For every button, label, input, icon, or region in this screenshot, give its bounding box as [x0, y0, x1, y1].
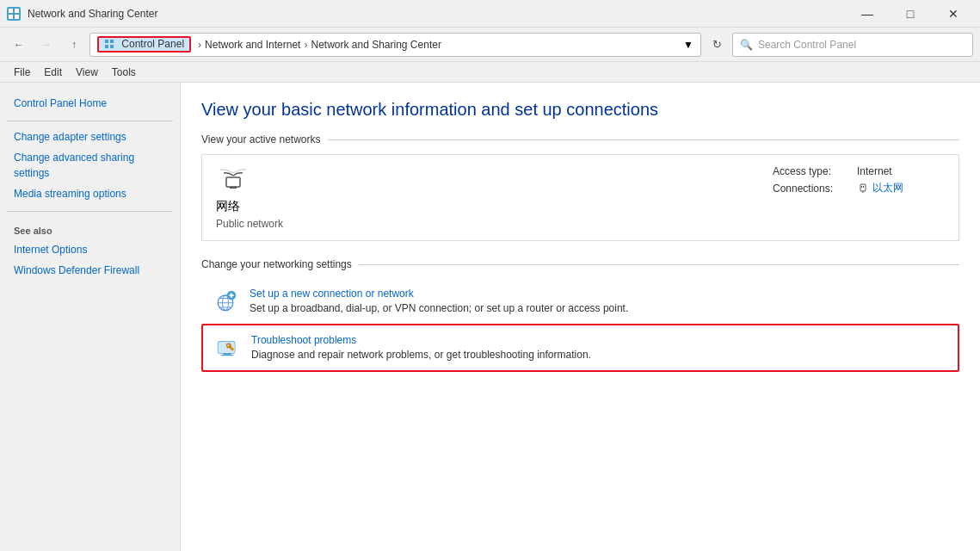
connections-row: Connections: 以太网	[773, 181, 945, 195]
access-type-row: Access type: Internet	[773, 165, 945, 177]
svg-rect-5	[110, 40, 114, 43]
menu-file[interactable]: File	[7, 65, 37, 80]
breadcrumb-item-3: Network and Sharing Center	[311, 39, 441, 51]
app-icon	[7, 7, 21, 21]
access-type-label: Access type:	[773, 165, 850, 177]
setup-connection-link[interactable]: Set up a new connection or network	[250, 288, 949, 300]
refresh-button[interactable]: ↻	[705, 33, 729, 57]
control-panel-breadcrumb[interactable]: Control Panel	[97, 36, 191, 53]
titlebar-left: Network and Sharing Center	[7, 7, 157, 21]
svg-rect-12	[863, 186, 864, 188]
sidebar-see-also-section: See also Internet Options Windows Defend…	[0, 217, 180, 281]
troubleshoot-desc: Diagnose and repair network problems, or…	[251, 349, 591, 361]
svg-rect-24	[224, 353, 231, 355]
sidebar-item-windows-defender[interactable]: Windows Defender Firewall	[0, 260, 180, 281]
network-info-left: 网络 Public network	[216, 165, 773, 230]
up-button[interactable]: ↑	[62, 33, 86, 57]
sidebar-divider-2	[7, 211, 173, 212]
svg-rect-4	[105, 40, 108, 43]
navigation-bar: ← → ↑ Control Panel › Network and Intern…	[0, 28, 980, 62]
svg-rect-11	[861, 186, 862, 188]
connections-label: Connections:	[773, 183, 850, 195]
search-bar[interactable]: 🔍 Search Control Panel	[732, 33, 973, 57]
setup-connection-item: Set up a new connection or network Set u…	[201, 279, 959, 324]
setup-connection-icon	[212, 288, 239, 315]
breadcrumb-item-2: Network and Internet	[205, 39, 300, 51]
content-area: View your basic network information and …	[181, 83, 980, 551]
sidebar-item-internet-options[interactable]: Internet Options	[0, 239, 180, 260]
sidebar-item-change-advanced[interactable]: Change advanced sharing settings	[0, 147, 180, 183]
maximize-button[interactable]: □	[891, 0, 930, 28]
menu-bar: File Edit View Tools	[0, 62, 980, 83]
svg-rect-2	[9, 15, 13, 19]
active-networks-section-title: View your active networks	[201, 133, 959, 145]
network-type: Public network	[216, 218, 773, 230]
ethernet-icon	[857, 183, 869, 195]
menu-tools[interactable]: Tools	[105, 65, 143, 80]
window-controls: — □ ✕	[847, 0, 973, 28]
change-settings-title: Change your networking settings	[201, 258, 959, 270]
breadcrumb-sep-1: ›	[198, 39, 201, 51]
setup-connection-text: Set up a new connection or network Set u…	[250, 288, 949, 314]
network-icon	[216, 165, 773, 194]
svg-rect-3	[15, 15, 19, 19]
search-placeholder: Search Control Panel	[758, 39, 856, 51]
sidebar-links-section: Change adapter settings Change advanced …	[0, 127, 180, 204]
breadcrumb-dropdown-icon[interactable]: ▼	[683, 39, 693, 51]
menu-edit[interactable]: Edit	[37, 65, 69, 80]
troubleshoot-link[interactable]: Troubleshoot problems	[251, 334, 947, 346]
troubleshoot-item: Troubleshoot problems Diagnose and repai…	[201, 324, 959, 372]
svg-point-27	[231, 348, 234, 350]
sidebar-divider-1	[7, 121, 173, 121]
breadcrumb-sep-2: ›	[304, 39, 307, 51]
titlebar: Network and Sharing Center — □ ✕	[0, 0, 980, 28]
page-title: View your basic network information and …	[201, 100, 959, 120]
menu-view[interactable]: View	[69, 65, 105, 80]
svg-rect-9	[230, 187, 237, 189]
setup-connection-desc: Set up a broadband, dial-up, or VPN conn…	[250, 302, 628, 314]
svg-rect-0	[9, 9, 13, 13]
main-layout: Control Panel Home Change adapter settin…	[0, 83, 980, 551]
troubleshoot-text: Troubleshoot problems Diagnose and repai…	[251, 334, 947, 361]
access-type-value: Internet	[857, 165, 892, 177]
window-title: Network and Sharing Center	[28, 8, 157, 20]
sidebar-item-control-panel-home[interactable]: Control Panel Home	[0, 93, 180, 114]
forward-button[interactable]: →	[34, 33, 59, 57]
sidebar-main-section: Control Panel Home	[0, 93, 180, 114]
sidebar-item-change-adapter[interactable]: Change adapter settings	[0, 127, 180, 147]
connections-link[interactable]: 以太网	[857, 181, 903, 195]
close-button[interactable]: ✕	[934, 0, 973, 28]
svg-rect-7	[110, 45, 114, 48]
svg-rect-1	[15, 9, 19, 13]
change-settings-section: Change your networking settings	[201, 258, 959, 372]
svg-rect-6	[105, 45, 108, 48]
see-also-label: See also	[0, 217, 180, 239]
network-name: 网络	[216, 199, 773, 214]
back-button[interactable]: ←	[7, 33, 31, 57]
svg-rect-8	[226, 177, 240, 187]
address-bar[interactable]: Control Panel › Network and Internet › N…	[89, 33, 701, 57]
sidebar-item-media-streaming[interactable]: Media streaming options	[0, 183, 180, 204]
network-info-box: 网络 Public network Access type: Internet …	[201, 154, 959, 241]
minimize-button[interactable]: —	[847, 0, 887, 28]
network-info-right: Access type: Internet Connections: 以太网	[773, 165, 945, 195]
search-icon: 🔍	[740, 39, 753, 51]
sidebar: Control Panel Home Change adapter settin…	[0, 83, 181, 551]
svg-rect-25	[221, 355, 233, 356]
troubleshoot-icon	[213, 334, 241, 362]
